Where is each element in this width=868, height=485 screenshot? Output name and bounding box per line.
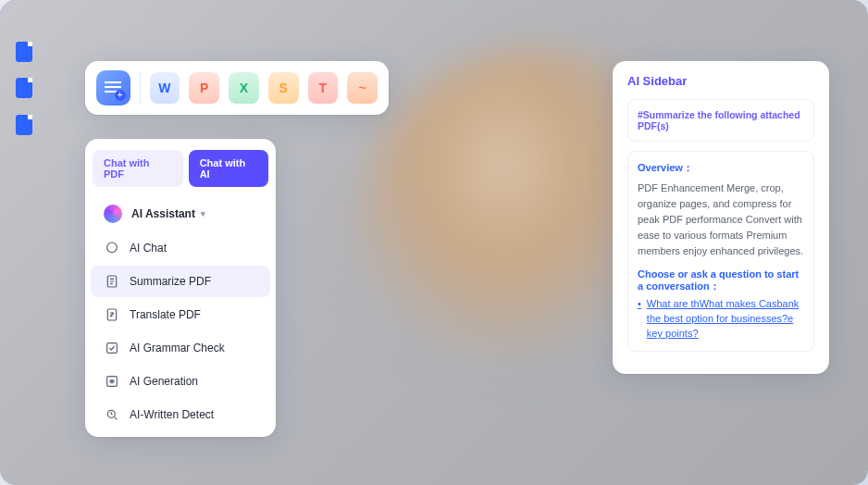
summarize-icon — [104, 273, 120, 290]
ai-sidebar-title: AI Sidebar — [627, 74, 814, 88]
menu-translate-pdf[interactable]: Translate PDF — [91, 299, 270, 330]
excel-file-icon[interactable]: X — [229, 72, 259, 104]
image-file-icon[interactable]: ~ — [347, 72, 378, 104]
menu-label: AI-Written Detect — [130, 408, 214, 421]
bullet-icon: • — [638, 297, 641, 342]
assistant-avatar-icon — [104, 205, 122, 223]
pdf-file-icon — [16, 42, 32, 62]
suggested-question-link[interactable]: • What are thWhat makes Casbank the best… — [638, 297, 804, 342]
ppt-file-icon[interactable]: P — [189, 72, 219, 104]
app-new-document-tile[interactable]: + — [96, 70, 130, 106]
ai-tools-panel: Chat with PDF Chat with AI AI Assistant … — [85, 139, 276, 437]
menu-label: AI Grammar Check — [130, 342, 225, 354]
plus-badge-icon: + — [115, 90, 126, 101]
menu-ai-chat[interactable]: AI Chat — [91, 232, 270, 264]
ai-tabs: Chat with PDF Chat with AI — [85, 146, 276, 196]
ai-sidebar-panel: AI Sidebar #Summarize the following atta… — [613, 61, 829, 374]
overview-body: PDF Enhancement Merge, crop, organize pa… — [638, 180, 804, 259]
menu-ai-assistant[interactable]: AI Assistant ▾ — [91, 197, 270, 230]
note-file-icon[interactable]: S — [268, 72, 299, 104]
prompt-tag: #Summarize the following attached PDF(s) — [638, 109, 804, 131]
menu-ai-generation[interactable]: AI Generation — [91, 366, 270, 397]
menu-grammar-check[interactable]: AI Grammar Check — [91, 332, 270, 364]
ai-menu: AI Assistant ▾ AI Chat Summarize PDF Tra… — [85, 196, 276, 431]
chevron-down-icon: ▾ — [201, 209, 205, 218]
separator — [140, 72, 141, 104]
overview-label: Overview： — [638, 161, 804, 175]
pdf-file-icon — [16, 78, 32, 98]
menu-label: Summarize PDF — [130, 275, 211, 288]
generation-icon — [104, 373, 120, 390]
menu-ai-written-detect[interactable]: AI-Written Detect — [91, 399, 270, 430]
menu-label: Translate PDF — [130, 308, 201, 321]
text-file-icon[interactable]: T — [308, 72, 339, 104]
pdf-file-icon — [16, 115, 32, 135]
svg-rect-3 — [107, 343, 118, 354]
detect-icon — [104, 406, 120, 423]
word-file-icon[interactable]: W — [150, 72, 180, 104]
menu-label: AI Chat — [130, 242, 167, 255]
prompt-tag-box: #Summarize the following attached PDF(s) — [627, 99, 814, 142]
suggested-question-text: What are thWhat makes Casbank the best o… — [647, 297, 804, 342]
overview-box: Overview： PDF Enhancement Merge, crop, o… — [627, 151, 814, 352]
menu-summarize-pdf[interactable]: Summarize PDF — [91, 266, 270, 297]
translate-icon — [104, 306, 120, 323]
tab-chat-with-ai[interactable]: Chat with AI — [189, 150, 268, 187]
conversation-cue: Choose or ask a question to start a conv… — [638, 268, 804, 293]
app-icon-bar: + W P X S T ~ — [85, 61, 389, 115]
chat-icon — [104, 240, 120, 256]
tab-chat-with-pdf[interactable]: Chat with PDF — [93, 150, 183, 187]
menu-label: AI Generation — [130, 375, 198, 388]
menu-label: AI Assistant — [131, 207, 195, 220]
grammar-icon — [104, 340, 120, 356]
